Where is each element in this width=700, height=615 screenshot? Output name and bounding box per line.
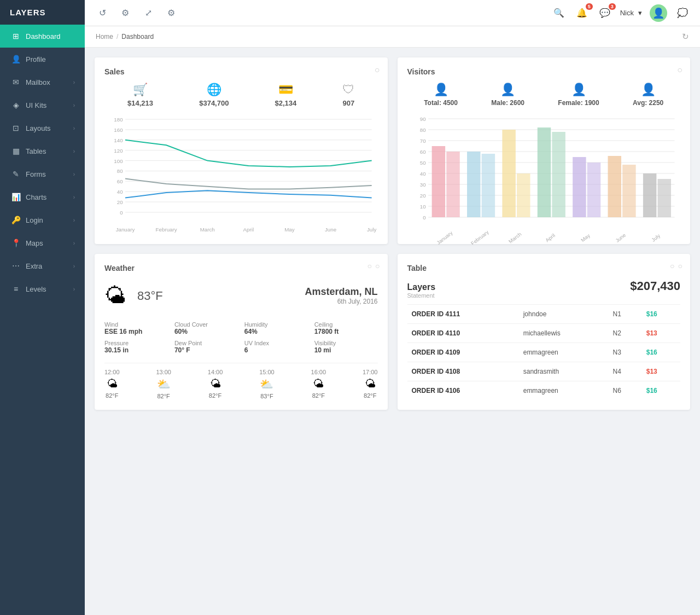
weather-temp: 83°F — [137, 289, 163, 303]
sidebar-item-dashboard[interactable]: ⊞ Dashboard — [0, 25, 85, 48]
sidebar-item-profile[interactable]: 👤 Profile — [0, 48, 85, 71]
weather-dot-icon[interactable]: ○ — [375, 262, 380, 270]
weather-detail-value: ESE 16 mph — [104, 328, 168, 335]
sidebar-chevron-extra: › — [73, 263, 75, 269]
visitors-card: Visitors ○ 👤 Total: 4500👤 Male: 2600👤 Fe… — [398, 57, 691, 244]
svg-text:20: 20 — [419, 193, 425, 199]
order-user: johndoe — [519, 305, 609, 324]
order-num: N4 — [609, 362, 642, 381]
main-area: ↺ ⚙ ⤢ ⚙ 🔍 🔔 5 💬 3 Nick ▾ 👤 💭 Home / Dash… — [85, 0, 700, 615]
svg-text:160: 160 — [114, 127, 122, 133]
sidebar-item-extra[interactable]: ⋯ Extra › — [0, 254, 85, 277]
visitor-label: Avg: 2250 — [633, 99, 663, 107]
table-header-subtitle: Statement — [407, 292, 436, 299]
sidebar-item-charts[interactable]: 📊 Charts › — [0, 185, 85, 208]
order-user: emmagreen — [519, 343, 609, 362]
weather-detail-label: Cloud Cover — [174, 321, 238, 328]
table-circle-icon2[interactable]: ○ — [678, 262, 682, 270]
svg-rect-62 — [608, 156, 621, 217]
weather-detail-item: Ceiling 17800 ft — [314, 321, 378, 335]
sidebar-item-mailbox[interactable]: ✉ Mailbox › — [0, 71, 85, 94]
visitor-icon: 👤 — [491, 83, 524, 97]
sidebar-label-login: Login — [26, 216, 68, 224]
weather-card: Weather ○ ○ 🌤 83°F Amsterdam, NL 6th Jul… — [95, 254, 388, 410]
sales-menu-icon[interactable]: ○ — [375, 65, 380, 75]
visitors-chart: 0102030405060708090JanuaryFebruaryMarchA… — [407, 113, 681, 234]
weather-detail-value: 6 — [244, 346, 308, 354]
sales-stat-value: $14,213 — [127, 99, 153, 107]
messages-icon-wrap[interactable]: 💬 3 — [597, 5, 612, 21]
notifications-bell[interactable]: 🔔 5 — [574, 5, 590, 21]
forecast-icon: 🌤 — [363, 378, 378, 390]
breadcrumb-current: Dashboard — [121, 33, 154, 40]
forecast-temp: 82°F — [156, 393, 171, 399]
forecast-item: 14:00 🌤 82°F — [208, 369, 223, 399]
sidebar-icon-layouts: ⊡ — [11, 124, 20, 132]
visitors-menu-icon[interactable]: ○ — [677, 65, 682, 75]
order-id: ORDER ID 4108 — [407, 362, 519, 381]
sidebar-item-layouts[interactable]: ⊡ Layouts › — [0, 117, 85, 140]
sidebar-icon-maps: 📍 — [11, 239, 20, 247]
forecast-temp: 83°F — [259, 393, 275, 399]
visitors-title: Visitors — [407, 67, 681, 76]
search-icon[interactable]: 🔍 — [551, 5, 567, 21]
weather-detail-value: 64% — [244, 328, 308, 335]
sidebar-item-forms[interactable]: ✎ Forms › — [0, 163, 85, 185]
refresh-icon[interactable]: ↺ — [95, 5, 110, 21]
sales-chart: 020406080100120140160180JanuaryFebruaryM… — [104, 114, 378, 234]
sidebar-item-maps[interactable]: 📍 Maps › — [0, 231, 85, 254]
svg-text:60: 60 — [419, 149, 425, 155]
svg-text:180: 180 — [114, 117, 122, 123]
notifications-count: 5 — [586, 3, 593, 10]
sales-stat-value: $374,700 — [199, 99, 229, 107]
sidebar-item-login[interactable]: 🔑 Login › — [0, 208, 85, 231]
sidebar-label-charts: Charts — [26, 193, 68, 201]
forecast-temp: 82°F — [363, 392, 378, 399]
svg-text:10: 10 — [419, 204, 425, 210]
weather-detail-label: UV Index — [244, 340, 308, 346]
sidebar-chevron-tables: › — [73, 148, 75, 154]
weather-main: 🌤 83°F Amsterdam, NL 6th July, 2016 — [104, 279, 378, 312]
breadcrumb-separator: / — [116, 33, 118, 40]
forecast-time: 13:00 — [156, 369, 171, 375]
weather-circle-icon[interactable]: ○ — [368, 262, 372, 270]
user-menu[interactable]: Nick ▾ — [620, 9, 642, 17]
weather-detail-item: Pressure 30.15 in — [104, 340, 168, 354]
svg-text:30: 30 — [419, 182, 425, 188]
visitor-stat: 👤 Total: 4500 — [424, 83, 458, 107]
order-id: ORDER ID 4111 — [407, 305, 519, 324]
topbar: ↺ ⚙ ⤢ ⚙ 🔍 🔔 5 💬 3 Nick ▾ 👤 💭 — [85, 0, 700, 26]
sidebar-label-ui-kits: UI Kits — [26, 101, 68, 109]
svg-text:70: 70 — [419, 138, 425, 144]
forecast-temp: 82°F — [104, 392, 120, 399]
svg-text:20: 20 — [117, 199, 123, 205]
weather-detail-value: 10 mi — [314, 346, 378, 354]
svg-rect-54 — [517, 173, 530, 217]
sidebar-item-levels[interactable]: ≡ Levels › — [0, 277, 85, 300]
sales-stat: 🛡 907 — [342, 83, 354, 107]
weather-detail-item: Cloud Cover 60% — [174, 321, 238, 335]
order-id: ORDER ID 4109 — [407, 343, 519, 362]
avatar[interactable]: 👤 — [650, 4, 667, 22]
forecast-icon: ⛅ — [156, 378, 171, 391]
settings-icon[interactable]: ⚙ — [118, 5, 133, 21]
svg-text:January: January — [435, 230, 453, 245]
weather-city-date: 6th July, 2016 — [174, 298, 378, 305]
order-amount: $16 — [642, 343, 680, 362]
forecast-item: 16:00 🌤 82°F — [311, 369, 326, 399]
visitor-label: Female: 1900 — [558, 99, 599, 107]
table-header-left: Layers Statement — [407, 282, 436, 299]
svg-text:40: 40 — [117, 189, 123, 195]
expand-icon[interactable]: ⤢ — [141, 5, 156, 21]
forecast-icon: 🌤 — [311, 378, 326, 390]
sidebar-label-layouts: Layouts — [26, 124, 68, 132]
chat-icon[interactable]: 💭 — [675, 5, 690, 21]
table-circle-icon1[interactable]: ○ — [670, 262, 674, 270]
config-icon[interactable]: ⚙ — [164, 5, 179, 21]
breadcrumb-home[interactable]: Home — [96, 33, 113, 40]
sidebar-item-ui-kits[interactable]: ◈ UI Kits › — [0, 94, 85, 117]
page-refresh-icon[interactable]: ↻ — [682, 32, 689, 42]
weather-detail-item: Visibility 10 mi — [314, 340, 378, 354]
app-logo: LAYERS — [0, 0, 85, 25]
sidebar-item-tables[interactable]: ▦ Tables › — [0, 140, 85, 163]
